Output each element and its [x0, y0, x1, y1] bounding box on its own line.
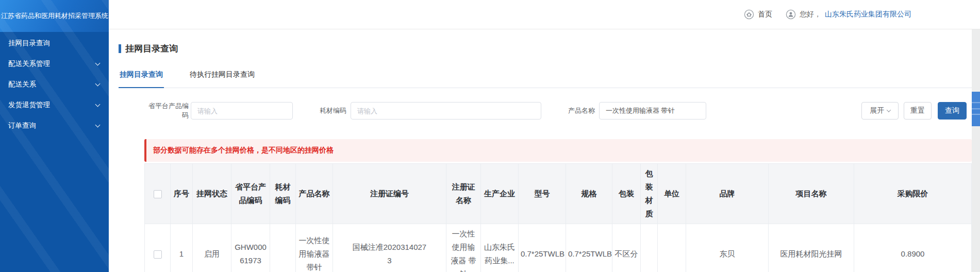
user-icon [786, 9, 796, 20]
main-content: 挂网目录查询 挂网目录查询 待执行挂网目录查询 省平台产品编码 耗材编码 产品名… [109, 43, 980, 272]
alert-text: 部分数据可能存在多个挂网价格，是不同地区的挂网价格 [153, 146, 334, 155]
chevron-down-icon [95, 122, 101, 127]
sidebar-menu: 挂网目录查询 配送关系管理 配送关系 发货退货管理 订单查询 [0, 32, 109, 136]
tab-catalog-query[interactable]: 挂网目录查询 [119, 60, 164, 88]
table-cell [270, 224, 296, 272]
topbar: 首页 您好，山东朱氏药业集团有限公司 [109, 0, 980, 29]
product-name-label: 产品名称 [566, 106, 595, 115]
sidebar-item-label: 配送关系 [8, 80, 36, 89]
search-button[interactable]: 查询 [938, 102, 967, 120]
consumable-code-input[interactable] [351, 102, 541, 120]
column-header: 包装材质 [641, 164, 658, 224]
scrollbar-thumb[interactable] [972, 92, 980, 126]
cell-text: 国械注准20203140273 [351, 241, 428, 267]
column-header: 挂网状态 [193, 164, 231, 224]
table-cell: 山东朱氏药业集... [481, 224, 519, 272]
page-title: 挂网目录查询 [119, 43, 972, 55]
filter-buttons: 展开 重置 查询 [861, 102, 972, 120]
table-cell: 一次性使用输液器 带针 [296, 224, 333, 272]
table-cell: 医用耗材阳光挂网 [769, 224, 854, 272]
row-select-cell [145, 224, 171, 272]
table-cell [658, 224, 686, 272]
sidebar-item-catalog-query[interactable]: 挂网目录查询 [0, 33, 109, 54]
tab-pending-catalog-query[interactable]: 待执行挂网目录查询 [189, 60, 256, 88]
table-cell: 东贝 [686, 224, 769, 272]
consumable-code-label: 耗材编码 [318, 106, 346, 115]
sidebar-item-delivery-relation-mgmt[interactable]: 配送关系管理 [0, 54, 109, 74]
column-header: 采购限价 [854, 164, 972, 224]
expand-button-label: 展开 [870, 106, 885, 115]
product-name-input[interactable] [599, 102, 706, 120]
table-header-row: 序号 挂网状态 省平台产品编码 耗材编码 产品名称 注册证编号 注册证名称 生产… [145, 164, 972, 224]
cell-text: GHW00061973 [234, 241, 268, 267]
column-header: 品牌 [686, 164, 769, 224]
home-label: 首页 [758, 10, 772, 19]
sidebar-item-order-query[interactable]: 订单查询 [0, 115, 109, 136]
sidebar-item-label: 订单查询 [8, 121, 36, 130]
sidebar-item-delivery-relation[interactable]: 配送关系 [0, 74, 109, 95]
column-header: 项目名称 [769, 164, 854, 224]
catalog-table: 序号 挂网状态 省平台产品编码 耗材编码 产品名称 注册证编号 注册证名称 生产… [144, 163, 972, 272]
table-cell: 国械注准20203140273 [333, 224, 446, 272]
table-cell: 不区分 [612, 224, 641, 272]
tab-bar: 挂网目录查询 待执行挂网目录查询 [119, 60, 972, 88]
greeting-text: 您好， [800, 10, 821, 19]
column-header: 注册证编号 [333, 164, 446, 224]
row-checkbox[interactable] [154, 250, 162, 259]
sidebar-item-shipping-returns[interactable]: 发货退货管理 [0, 95, 109, 115]
platform-product-code-input[interactable] [191, 102, 293, 120]
table-cell: 0.7*25TWLB [519, 224, 566, 272]
table-cell: 1 [171, 224, 193, 272]
company-name-link[interactable]: 山东朱氏药业集团有限公司 [825, 10, 911, 19]
table-cell: GHW00061973 [231, 224, 270, 272]
title-accent-bar [119, 44, 121, 53]
column-header: 单位 [658, 164, 686, 224]
column-header: 注册证名称 [446, 164, 481, 224]
sidebar-item-label: 配送关系管理 [8, 59, 50, 69]
column-header: 耗材编码 [270, 164, 296, 224]
table-cell [641, 224, 658, 272]
column-header: 产品名称 [296, 164, 333, 224]
expand-button[interactable]: 展开 [861, 102, 899, 120]
table-cell: 启用 [193, 224, 231, 272]
chevron-down-icon [95, 60, 101, 65]
page-title-text: 挂网目录查询 [125, 43, 178, 55]
sidebar-item-label: 发货退货管理 [8, 100, 50, 110]
column-header: 规格 [566, 164, 612, 224]
column-header: 生产企业 [481, 164, 519, 224]
price-notice-alert: 部分数据可能存在多个挂网价格，是不同地区的挂网价格 [144, 139, 972, 162]
home-link[interactable]: 首页 [744, 9, 786, 20]
column-header: 型号 [519, 164, 566, 224]
sidebar-item-label: 挂网目录查询 [8, 39, 50, 48]
filter-form: 省平台产品编码 耗材编码 产品名称 展开 重置 查询 [119, 101, 972, 120]
home-icon [744, 9, 754, 20]
reset-button[interactable]: 重置 [904, 102, 932, 120]
app-logo-title: 江苏省药品和医用耗材招采管理系统平 [0, 0, 109, 32]
user-account[interactable]: 您好，山东朱氏药业集团有限公司 [786, 9, 911, 20]
chevron-down-icon [95, 81, 101, 86]
chevron-down-icon [95, 101, 101, 107]
select-all-cell [145, 164, 171, 224]
table-cell: 0.7*25TWLB [566, 224, 612, 272]
platform-product-code-label: 省平台产品编码 [144, 101, 189, 120]
chevron-down-icon [886, 108, 890, 112]
column-header: 序号 [171, 164, 193, 224]
select-all-checkbox[interactable] [154, 190, 162, 198]
table-row: 1 启用 GHW00061973 一次性使用输液器 带针 国械注准2020314… [145, 224, 972, 272]
vertical-scrollbar[interactable] [972, 29, 980, 272]
sidebar: 江苏省药品和医用耗材招采管理系统平 挂网目录查询 配送关系管理 配送关系 发货退… [0, 0, 109, 272]
column-header: 包装 [612, 164, 641, 224]
table-cell: 一次性使用输液器 带针 [446, 224, 481, 272]
table-cell: 0.8900 [854, 224, 972, 272]
column-header: 省平台产品编码 [231, 164, 270, 224]
